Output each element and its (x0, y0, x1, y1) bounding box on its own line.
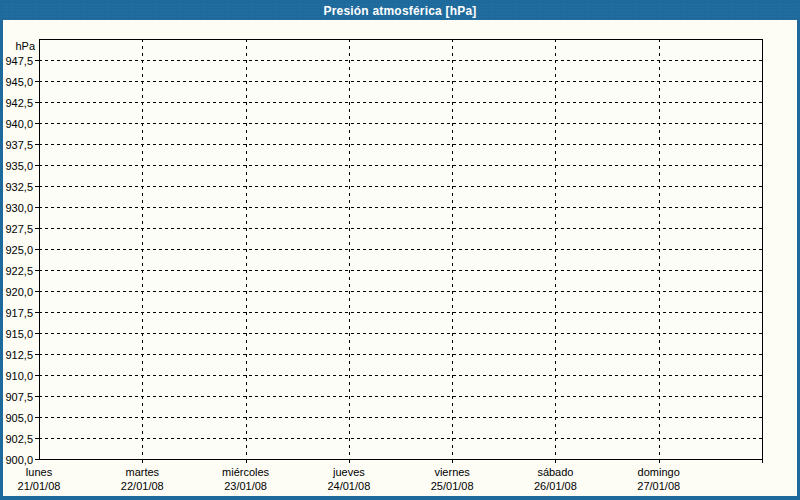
y-tick-label: 910,0 (5, 370, 33, 382)
y-tick-label: 937,5 (5, 139, 33, 151)
x-tick-label-date: 22/01/08 (121, 480, 164, 492)
y-tick-label: 905,0 (5, 412, 33, 424)
x-tick-label-day: domingo (638, 466, 680, 478)
x-tick-label-day: martes (125, 466, 159, 478)
pressure-chart-plot: 947,5945,0942,5940,0937,5935,0932,5930,0… (3, 3, 796, 496)
x-tick-label-date: 23/01/08 (224, 480, 267, 492)
y-tick-label: 900,0 (5, 454, 33, 466)
x-tick-label-date: 24/01/08 (327, 480, 370, 492)
y-axis-unit-label: hPa (15, 40, 35, 52)
y-tick-label: 940,0 (5, 118, 33, 130)
x-tick-label-date: 25/01/08 (431, 480, 474, 492)
y-tick-label: 942,5 (5, 97, 33, 109)
x-tick-label-date: 26/01/08 (534, 480, 577, 492)
x-tick-label-day: lunes (26, 466, 53, 478)
y-tick-label: 935,0 (5, 160, 33, 172)
y-tick-label: 947,5 (5, 55, 33, 67)
y-tick-label: 907,5 (5, 391, 33, 403)
y-tick-label: 915,0 (5, 328, 33, 340)
y-tick-label: 920,0 (5, 286, 33, 298)
x-tick-label-date: 21/01/08 (18, 480, 61, 492)
y-tick-label: 925,0 (5, 244, 33, 256)
x-tick-label-day: sábado (537, 466, 573, 478)
x-tick-label-day: miércoles (222, 466, 270, 478)
x-tick-label-day: viernes (434, 466, 470, 478)
x-tick-label-date: 27/01/08 (637, 480, 680, 492)
x-tick-label-day: jueves (332, 466, 365, 478)
y-tick-label: 945,0 (5, 76, 33, 88)
y-tick-label: 902,5 (5, 433, 33, 445)
y-tick-label: 917,5 (5, 307, 33, 319)
pressure-chart-window: Presión atmosférica [hPa] 947,5945,0942,… (0, 0, 800, 500)
y-tick-label: 912,5 (5, 349, 33, 361)
y-tick-label: 922,5 (5, 265, 33, 277)
y-tick-label: 932,5 (5, 181, 33, 193)
y-tick-label: 927,5 (5, 223, 33, 235)
y-tick-label: 930,0 (5, 202, 33, 214)
